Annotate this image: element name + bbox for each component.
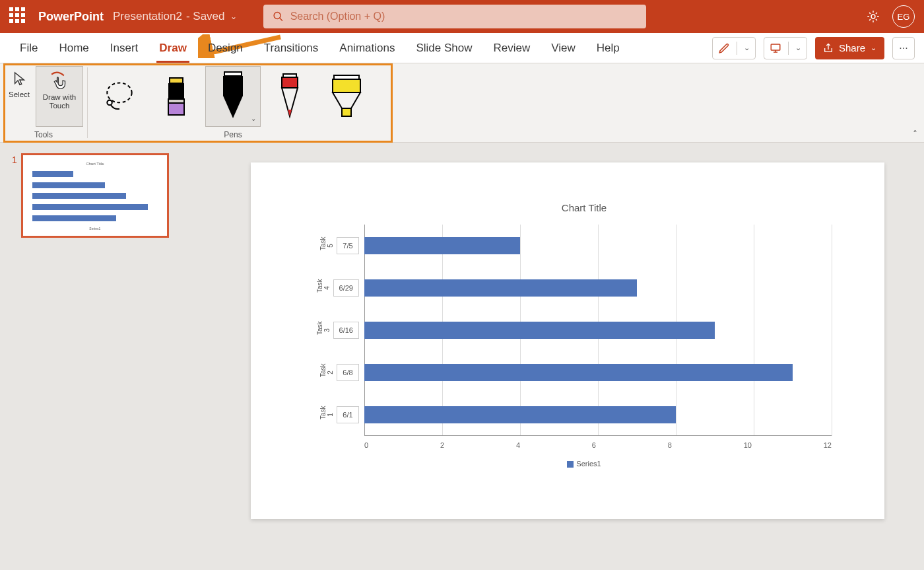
x-tick: 4 (516, 441, 520, 449)
slide-thumbnail-row: 1 Chart Title Series1 (12, 153, 186, 238)
svg-point-6 (107, 100, 112, 105)
svg-point-5 (107, 83, 131, 102)
legend-label: Series1 (576, 460, 601, 468)
tab-slideshow[interactable]: Slide Show (405, 33, 482, 63)
thumbnail-pane[interactable]: 1 Chart Title Series1 (0, 143, 198, 570)
legend-swatch (567, 461, 574, 468)
y-val-2: 6/16 (333, 322, 359, 339)
bar-row (364, 237, 832, 254)
share-button[interactable]: Share ⌄ (815, 37, 884, 59)
pen-black-button[interactable]: ⌄ (205, 66, 261, 127)
x-tick: 12 (824, 441, 832, 449)
y-cat-3: Task 2 (319, 368, 334, 377)
pen-black-icon (216, 71, 249, 122)
x-tick: 10 (744, 441, 752, 449)
share-label: Share (839, 42, 865, 53)
tab-view[interactable]: View (541, 33, 586, 63)
svg-point-0 (274, 13, 280, 19)
tab-file[interactable]: File (9, 33, 48, 63)
highlighter-icon (327, 73, 366, 120)
svg-rect-14 (282, 77, 298, 88)
document-status: - Saved (186, 10, 225, 23)
svg-rect-8 (168, 83, 184, 99)
y-val-3: 6/8 (337, 364, 359, 381)
more-options-button[interactable]: ··· (892, 37, 915, 59)
svg-line-1 (279, 18, 282, 20)
svg-point-2 (871, 15, 875, 18)
tab-animations[interactable]: Animations (329, 33, 405, 63)
chart-plot-area (364, 225, 832, 436)
search-box[interactable] (263, 5, 646, 28)
y-cat-0: Task 5 (319, 241, 334, 250)
svg-rect-17 (342, 108, 351, 116)
chevron-down-icon: ⌄ (744, 44, 750, 52)
slide-thumbnail-1[interactable]: Chart Title Series1 (21, 153, 169, 238)
thumbnail-number: 1 (12, 153, 17, 165)
chart[interactable]: Chart Title Task 57/5 Task 46/29 Task 36… (310, 202, 858, 486)
editing-mode-button[interactable]: ⌄ (712, 37, 756, 59)
chart-title: Chart Title (310, 202, 858, 213)
collapse-ribbon-button[interactable]: ˄ (913, 129, 917, 139)
tab-transitions[interactable]: Transitions (253, 33, 329, 63)
user-avatar[interactable]: EG (892, 5, 915, 28)
presenter-icon (770, 42, 781, 54)
pen-red-button[interactable] (262, 66, 317, 127)
ribbon-tabs: File Home Insert Draw Design Transitions… (0, 33, 924, 63)
tab-insert[interactable]: Insert (100, 33, 149, 63)
tab-draw[interactable]: Draw (148, 33, 197, 63)
tab-help[interactable]: Help (586, 33, 630, 63)
bar-row (364, 406, 832, 423)
chevron-down-icon: ⌄ (795, 44, 801, 52)
app-name: PowerPoint (38, 10, 104, 24)
group-label-pens: Pens (224, 129, 242, 141)
chevron-down-icon: ⌄ (251, 115, 256, 122)
chevron-down-icon: ⌄ (871, 44, 876, 52)
select-tool-label: Select (9, 90, 30, 98)
app-launcher-icon[interactable] (9, 7, 28, 26)
bar (364, 279, 637, 297)
svg-rect-4 (771, 44, 780, 50)
eraser-button[interactable] (148, 66, 204, 127)
y-cat-2: Task 3 (316, 326, 331, 335)
settings-gear-icon[interactable] (866, 9, 880, 24)
svg-rect-11 (224, 72, 242, 76)
ribbon-draw: Select Draw with Touch Tools (0, 63, 924, 143)
pencil-icon (718, 42, 730, 54)
bar (364, 406, 676, 423)
svg-rect-7 (170, 78, 183, 83)
doc-menu-chevron-icon[interactable]: ⌄ (230, 12, 237, 21)
present-mode-button[interactable]: ⌄ (764, 37, 807, 59)
svg-rect-16 (333, 79, 360, 92)
group-label-tools: Tools (34, 129, 53, 141)
lasso-select-button[interactable] (92, 66, 147, 127)
touch-draw-icon (48, 71, 71, 90)
bar-row (364, 364, 832, 381)
x-tick: 2 (440, 441, 444, 449)
y-val-0: 7/5 (337, 237, 359, 254)
bar (364, 237, 520, 254)
eraser-icon (162, 75, 190, 118)
x-tick: 8 (668, 441, 672, 449)
tab-home[interactable]: Home (48, 33, 99, 63)
bar (364, 364, 793, 381)
tab-review[interactable]: Review (482, 33, 541, 63)
y-val-4: 6/1 (337, 406, 359, 423)
tab-design[interactable]: Design (197, 33, 253, 63)
svg-rect-10 (168, 103, 184, 115)
search-input[interactable] (290, 11, 637, 22)
x-tick: 0 (364, 441, 368, 449)
y-val-1: 6/29 (333, 279, 359, 297)
y-cat-4: Task 1 (319, 410, 334, 419)
draw-with-touch-button[interactable]: Draw with Touch (36, 66, 83, 127)
slide-canvas[interactable]: Chart Title Task 57/5 Task 46/29 Task 36… (251, 162, 884, 519)
chart-y-labels: Task 57/5 Task 46/29 Task 36/16 Task 26/… (310, 225, 363, 436)
bar-row (364, 279, 832, 297)
workspace: 1 Chart Title Series1 Chart Title Task 5… (0, 143, 924, 570)
chart-x-axis (364, 435, 832, 436)
select-tool-button[interactable]: Select (4, 66, 34, 127)
highlighter-yellow-button[interactable] (319, 66, 374, 127)
draw-touch-label: Draw with Touch (36, 93, 82, 110)
slide-editor[interactable]: Chart Title Task 57/5 Task 46/29 Task 36… (198, 143, 924, 570)
document-name[interactable]: Presentation2 (113, 10, 182, 23)
title-bar: PowerPoint Presentation2 - Saved ⌄ EG (0, 0, 924, 33)
